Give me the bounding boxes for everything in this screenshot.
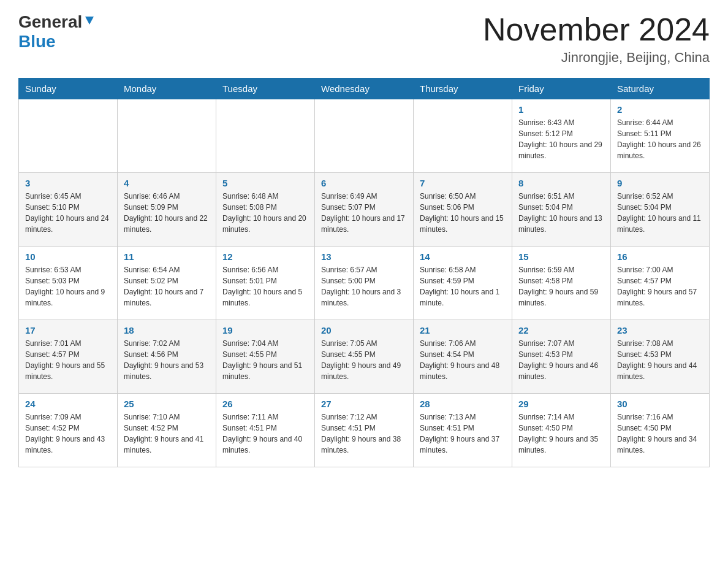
calendar-cell: 1Sunrise: 6:43 AM Sunset: 5:12 PM Daylig… xyxy=(512,99,611,173)
day-info: Sunrise: 6:49 AM Sunset: 5:07 PM Dayligh… xyxy=(321,191,407,235)
day-number: 5 xyxy=(222,178,308,188)
calendar-cell: 22Sunrise: 7:07 AM Sunset: 4:53 PM Dayli… xyxy=(512,320,611,394)
calendar-cell: 4Sunrise: 6:46 AM Sunset: 5:09 PM Daylig… xyxy=(118,173,216,247)
col-monday: Monday xyxy=(118,79,216,99)
calendar-row: 10Sunrise: 6:53 AM Sunset: 5:03 PM Dayli… xyxy=(19,247,710,320)
day-number: 15 xyxy=(518,251,604,262)
day-info: Sunrise: 7:06 AM Sunset: 4:54 PM Dayligh… xyxy=(420,338,506,382)
day-info: Sunrise: 6:59 AM Sunset: 4:58 PM Dayligh… xyxy=(518,264,604,308)
calendar-cell xyxy=(216,99,315,173)
day-number: 21 xyxy=(420,325,506,335)
calendar-cell: 13Sunrise: 6:57 AM Sunset: 5:00 PM Dayli… xyxy=(315,247,414,320)
day-info: Sunrise: 6:43 AM Sunset: 5:12 PM Dayligh… xyxy=(518,117,604,161)
logo-general-text: General xyxy=(18,12,82,32)
calendar-cell xyxy=(315,99,414,173)
day-number: 10 xyxy=(25,251,111,262)
day-number: 20 xyxy=(321,325,407,335)
day-info: Sunrise: 7:05 AM Sunset: 4:55 PM Dayligh… xyxy=(321,338,407,382)
day-info: Sunrise: 7:07 AM Sunset: 4:53 PM Dayligh… xyxy=(518,338,604,382)
day-info: Sunrise: 6:45 AM Sunset: 5:10 PM Dayligh… xyxy=(25,191,111,235)
calendar-cell: 26Sunrise: 7:11 AM Sunset: 4:51 PM Dayli… xyxy=(216,394,315,467)
col-thursday: Thursday xyxy=(414,79,512,99)
day-number: 22 xyxy=(518,325,604,335)
calendar-cell: 28Sunrise: 7:13 AM Sunset: 4:51 PM Dayli… xyxy=(414,394,512,467)
calendar-cell: 18Sunrise: 7:02 AM Sunset: 4:56 PM Dayli… xyxy=(118,320,216,394)
calendar-cell xyxy=(19,99,118,173)
day-number: 28 xyxy=(420,399,506,409)
day-info: Sunrise: 6:50 AM Sunset: 5:06 PM Dayligh… xyxy=(420,191,506,235)
calendar-row: 3Sunrise: 6:45 AM Sunset: 5:10 PM Daylig… xyxy=(19,173,710,247)
calendar-row: 24Sunrise: 7:09 AM Sunset: 4:52 PM Dayli… xyxy=(19,394,710,467)
day-info: Sunrise: 7:10 AM Sunset: 4:52 PM Dayligh… xyxy=(124,412,210,456)
day-number: 29 xyxy=(518,399,604,409)
day-number: 1 xyxy=(518,104,604,115)
day-number: 4 xyxy=(124,178,210,188)
day-number: 12 xyxy=(222,251,308,262)
calendar-body: 1Sunrise: 6:43 AM Sunset: 5:12 PM Daylig… xyxy=(19,99,710,467)
day-number: 9 xyxy=(617,178,703,188)
day-info: Sunrise: 7:14 AM Sunset: 4:50 PM Dayligh… xyxy=(518,412,604,456)
day-info: Sunrise: 6:52 AM Sunset: 5:04 PM Dayligh… xyxy=(617,191,703,235)
day-info: Sunrise: 6:46 AM Sunset: 5:09 PM Dayligh… xyxy=(124,191,210,235)
month-title: November 2024 xyxy=(483,12,710,47)
calendar-cell: 2Sunrise: 6:44 AM Sunset: 5:11 PM Daylig… xyxy=(611,99,710,173)
calendar-cell: 29Sunrise: 7:14 AM Sunset: 4:50 PM Dayli… xyxy=(512,394,611,467)
calendar-cell: 20Sunrise: 7:05 AM Sunset: 4:55 PM Dayli… xyxy=(315,320,414,394)
svg-marker-0 xyxy=(85,17,94,25)
calendar-cell: 24Sunrise: 7:09 AM Sunset: 4:52 PM Dayli… xyxy=(19,394,118,467)
logo: General Blue xyxy=(18,12,95,52)
calendar-cell: 9Sunrise: 6:52 AM Sunset: 5:04 PM Daylig… xyxy=(611,173,710,247)
calendar-cell: 15Sunrise: 6:59 AM Sunset: 4:58 PM Dayli… xyxy=(512,247,611,320)
day-number: 19 xyxy=(222,325,308,335)
col-sunday: Sunday xyxy=(19,79,118,99)
calendar-row: 17Sunrise: 7:01 AM Sunset: 4:57 PM Dayli… xyxy=(19,320,710,394)
day-info: Sunrise: 6:58 AM Sunset: 4:59 PM Dayligh… xyxy=(420,264,506,308)
calendar-cell: 8Sunrise: 6:51 AM Sunset: 5:04 PM Daylig… xyxy=(512,173,611,247)
page-header: General Blue November 2024 Jinrongjie, B… xyxy=(18,12,710,66)
col-wednesday: Wednesday xyxy=(315,79,414,99)
calendar-cell xyxy=(414,99,512,173)
calendar-cell: 14Sunrise: 6:58 AM Sunset: 4:59 PM Dayli… xyxy=(414,247,512,320)
day-number: 27 xyxy=(321,399,407,409)
day-info: Sunrise: 7:16 AM Sunset: 4:50 PM Dayligh… xyxy=(617,412,703,456)
day-number: 2 xyxy=(617,104,703,115)
calendar-cell: 17Sunrise: 7:01 AM Sunset: 4:57 PM Dayli… xyxy=(19,320,118,394)
day-number: 18 xyxy=(124,325,210,335)
calendar-cell: 7Sunrise: 6:50 AM Sunset: 5:06 PM Daylig… xyxy=(414,173,512,247)
day-number: 14 xyxy=(420,251,506,262)
day-number: 6 xyxy=(321,178,407,188)
day-number: 13 xyxy=(321,251,407,262)
calendar-cell: 5Sunrise: 6:48 AM Sunset: 5:08 PM Daylig… xyxy=(216,173,315,247)
day-info: Sunrise: 7:13 AM Sunset: 4:51 PM Dayligh… xyxy=(420,412,506,456)
calendar-cell: 19Sunrise: 7:04 AM Sunset: 4:55 PM Dayli… xyxy=(216,320,315,394)
day-info: Sunrise: 7:09 AM Sunset: 4:52 PM Dayligh… xyxy=(25,412,111,456)
calendar-cell: 6Sunrise: 6:49 AM Sunset: 5:07 PM Daylig… xyxy=(315,173,414,247)
day-number: 11 xyxy=(124,251,210,262)
calendar-cell: 12Sunrise: 6:56 AM Sunset: 5:01 PM Dayli… xyxy=(216,247,315,320)
day-number: 17 xyxy=(25,325,111,335)
day-number: 23 xyxy=(617,325,703,335)
day-info: Sunrise: 7:04 AM Sunset: 4:55 PM Dayligh… xyxy=(222,338,308,382)
calendar-cell: 25Sunrise: 7:10 AM Sunset: 4:52 PM Dayli… xyxy=(118,394,216,467)
day-info: Sunrise: 7:00 AM Sunset: 4:57 PM Dayligh… xyxy=(617,264,703,308)
col-friday: Friday xyxy=(512,79,611,99)
calendar-cell: 27Sunrise: 7:12 AM Sunset: 4:51 PM Dayli… xyxy=(315,394,414,467)
logo-blue-text: Blue xyxy=(18,32,56,51)
calendar-cell: 30Sunrise: 7:16 AM Sunset: 4:50 PM Dayli… xyxy=(611,394,710,467)
day-info: Sunrise: 6:44 AM Sunset: 5:11 PM Dayligh… xyxy=(617,117,703,161)
day-info: Sunrise: 6:54 AM Sunset: 5:02 PM Dayligh… xyxy=(124,264,210,308)
day-info: Sunrise: 6:48 AM Sunset: 5:08 PM Dayligh… xyxy=(222,191,308,235)
day-info: Sunrise: 6:57 AM Sunset: 5:00 PM Dayligh… xyxy=(321,264,407,308)
day-info: Sunrise: 7:12 AM Sunset: 4:51 PM Dayligh… xyxy=(321,412,407,456)
day-number: 7 xyxy=(420,178,506,188)
day-number: 25 xyxy=(124,399,210,409)
day-info: Sunrise: 6:51 AM Sunset: 5:04 PM Dayligh… xyxy=(518,191,604,235)
calendar-cell: 23Sunrise: 7:08 AM Sunset: 4:53 PM Dayli… xyxy=(611,320,710,394)
day-info: Sunrise: 7:02 AM Sunset: 4:56 PM Dayligh… xyxy=(124,338,210,382)
calendar-header: Sunday Monday Tuesday Wednesday Thursday… xyxy=(19,79,710,99)
day-info: Sunrise: 7:11 AM Sunset: 4:51 PM Dayligh… xyxy=(222,412,308,456)
day-number: 26 xyxy=(222,399,308,409)
day-info: Sunrise: 6:56 AM Sunset: 5:01 PM Dayligh… xyxy=(222,264,308,308)
day-number: 24 xyxy=(25,399,111,409)
day-number: 30 xyxy=(617,399,703,409)
